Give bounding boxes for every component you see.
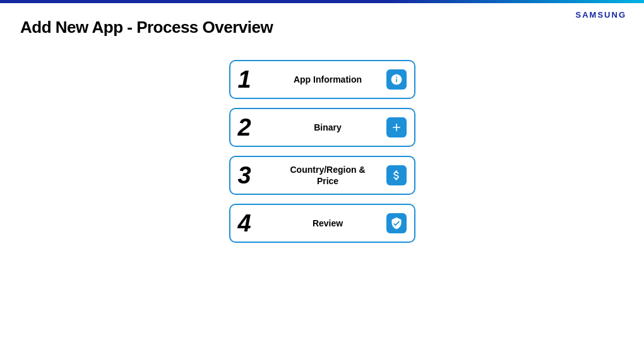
step-3-label: Country/Region &Price [270, 164, 386, 187]
page-title: Add New App - Process Overview [20, 18, 273, 37]
step-1-label: App Information [270, 74, 386, 85]
step-3-number: 3 [238, 163, 270, 187]
step-2-row[interactable]: 2 Binary [229, 108, 415, 147]
step-2-number: 2 [238, 115, 270, 139]
step-1-row[interactable]: 1 App Information [229, 60, 415, 99]
step-1-number: 1 [238, 67, 270, 91]
info-icon [386, 69, 407, 90]
step-4-row[interactable]: 4 Review [229, 204, 415, 243]
samsung-logo: SAMSUNG [576, 10, 626, 20]
plus-icon [386, 117, 407, 137]
dollar-icon [386, 165, 407, 185]
step-4-label: Review [270, 218, 386, 229]
step-4-number: 4 [238, 211, 270, 235]
top-accent-bar [0, 0, 644, 3]
step-3-row[interactable]: 3 Country/Region &Price [229, 156, 415, 195]
step-2-label: Binary [270, 122, 386, 133]
steps-container: 1 App Information 2 Binary 3 Country/Reg… [0, 60, 644, 243]
shield-icon [386, 213, 407, 233]
